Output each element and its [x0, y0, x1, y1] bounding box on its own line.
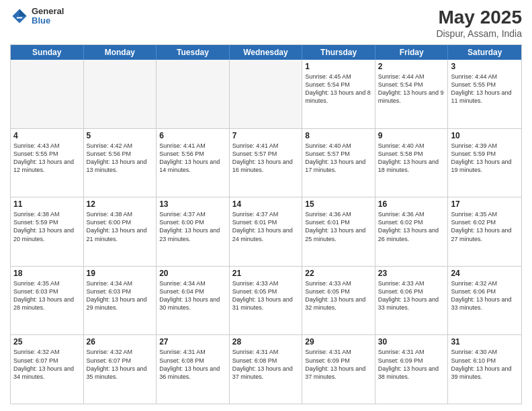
day-info: Sunrise: 4:41 AMSunset: 5:56 PMDaylight:… — [159, 142, 226, 175]
day-cell: 30Sunrise: 4:31 AMSunset: 6:09 PMDayligh… — [375, 335, 449, 404]
svg-rect-2 — [17, 17, 22, 19]
day-number: 21 — [232, 269, 300, 278]
day-number: 19 — [87, 269, 154, 278]
day-number: 16 — [378, 199, 445, 209]
day-cell: 17Sunrise: 4:35 AMSunset: 6:02 PMDayligh… — [448, 197, 521, 266]
day-number: 27 — [159, 337, 226, 347]
day-number: 5 — [87, 131, 154, 140]
day-cell: 25Sunrise: 4:32 AMSunset: 6:07 PMDayligh… — [11, 335, 84, 404]
logo-line1: General — [32, 7, 64, 16]
day-info: Sunrise: 4:38 AMSunset: 5:59 PMDaylight:… — [13, 210, 81, 243]
calendar-title: May 2025 — [436, 7, 522, 28]
calendar: SundayMondayTuesdayWednesdayThursdayFrid… — [10, 44, 522, 404]
day-cell: 22Sunrise: 4:33 AMSunset: 6:05 PMDayligh… — [302, 267, 375, 335]
day-info: Sunrise: 4:34 AMSunset: 6:03 PMDaylight:… — [87, 279, 154, 312]
day-cell: 29Sunrise: 4:31 AMSunset: 6:09 PMDayligh… — [302, 335, 375, 404]
day-info: Sunrise: 4:44 AMSunset: 5:55 PMDaylight:… — [451, 73, 519, 105]
day-cell — [84, 60, 157, 128]
day-cell: 2Sunrise: 4:44 AMSunset: 5:54 PMDaylight… — [375, 60, 449, 128]
day-info: Sunrise: 4:33 AMSunset: 6:06 PMDaylight:… — [378, 279, 445, 312]
day-cell: 6Sunrise: 4:41 AMSunset: 5:56 PMDaylight… — [157, 129, 230, 197]
day-cell: 7Sunrise: 4:41 AMSunset: 5:57 PMDaylight… — [230, 129, 303, 197]
week-2: 4Sunrise: 4:43 AMSunset: 5:55 PMDaylight… — [11, 129, 521, 198]
day-info: Sunrise: 4:32 AMSunset: 6:07 PMDaylight:… — [87, 348, 154, 381]
day-info: Sunrise: 4:31 AMSunset: 6:09 PMDaylight:… — [305, 348, 372, 381]
day-number: 3 — [451, 62, 519, 71]
day-info: Sunrise: 4:32 AMSunset: 6:06 PMDaylight:… — [451, 279, 519, 312]
week-5: 25Sunrise: 4:32 AMSunset: 6:07 PMDayligh… — [11, 335, 521, 404]
day-info: Sunrise: 4:31 AMSunset: 6:09 PMDaylight:… — [378, 348, 445, 381]
day-cell: 11Sunrise: 4:38 AMSunset: 5:59 PMDayligh… — [11, 197, 84, 266]
day-number: 29 — [305, 337, 372, 347]
day-cell: 27Sunrise: 4:31 AMSunset: 6:08 PMDayligh… — [157, 335, 230, 404]
day-info: Sunrise: 4:35 AMSunset: 6:02 PMDaylight:… — [451, 210, 519, 243]
day-cell — [157, 60, 230, 128]
day-number: 9 — [378, 131, 445, 140]
day-cell: 21Sunrise: 4:33 AMSunset: 6:05 PMDayligh… — [230, 267, 303, 335]
day-cell: 24Sunrise: 4:32 AMSunset: 6:06 PMDayligh… — [448, 267, 521, 335]
day-cell: 8Sunrise: 4:40 AMSunset: 5:57 PMDaylight… — [302, 129, 375, 197]
day-cell — [11, 60, 84, 128]
day-info: Sunrise: 4:32 AMSunset: 6:07 PMDaylight:… — [13, 348, 81, 381]
day-info: Sunrise: 4:33 AMSunset: 6:05 PMDaylight:… — [305, 279, 372, 312]
page: General Blue May 2025 Dispur, Assam, Ind… — [0, 0, 532, 411]
week-3: 11Sunrise: 4:38 AMSunset: 5:59 PMDayligh… — [11, 197, 521, 267]
day-info: Sunrise: 4:33 AMSunset: 6:05 PMDaylight:… — [232, 279, 300, 312]
day-cell: 10Sunrise: 4:39 AMSunset: 5:59 PMDayligh… — [448, 129, 521, 197]
day-number: 13 — [159, 199, 226, 209]
day-number: 31 — [451, 337, 519, 347]
day-cell: 20Sunrise: 4:34 AMSunset: 6:04 PMDayligh… — [157, 267, 230, 335]
svg-marker-1 — [19, 9, 27, 17]
day-cell: 13Sunrise: 4:37 AMSunset: 6:00 PMDayligh… — [157, 197, 230, 266]
week-4: 18Sunrise: 4:35 AMSunset: 6:03 PMDayligh… — [11, 267, 521, 336]
day-info: Sunrise: 4:31 AMSunset: 6:08 PMDaylight:… — [159, 348, 226, 381]
day-cell: 4Sunrise: 4:43 AMSunset: 5:55 PMDaylight… — [11, 129, 84, 197]
header-cell-tuesday: Tuesday — [157, 45, 230, 60]
day-number: 15 — [305, 199, 372, 209]
day-number: 25 — [13, 337, 81, 347]
logo-line2: Blue — [32, 16, 64, 26]
calendar-subtitle: Dispur, Assam, India — [436, 28, 522, 39]
day-cell: 14Sunrise: 4:37 AMSunset: 6:01 PMDayligh… — [230, 197, 303, 266]
day-cell: 16Sunrise: 4:36 AMSunset: 6:02 PMDayligh… — [375, 197, 449, 266]
day-info: Sunrise: 4:41 AMSunset: 5:57 PMDaylight:… — [232, 142, 300, 175]
day-info: Sunrise: 4:30 AMSunset: 6:10 PMDaylight:… — [451, 348, 519, 381]
logo: General Blue — [10, 7, 64, 26]
day-info: Sunrise: 4:42 AMSunset: 5:56 PMDaylight:… — [87, 142, 154, 175]
day-info: Sunrise: 4:39 AMSunset: 5:59 PMDaylight:… — [451, 142, 519, 175]
day-number: 17 — [451, 199, 519, 209]
logo-text: General Blue — [32, 7, 64, 26]
day-cell: 12Sunrise: 4:38 AMSunset: 6:00 PMDayligh… — [84, 197, 157, 266]
header: General Blue May 2025 Dispur, Assam, Ind… — [10, 7, 522, 39]
header-cell-saturday: Saturday — [448, 45, 521, 60]
day-cell: 3Sunrise: 4:44 AMSunset: 5:55 PMDaylight… — [448, 60, 521, 128]
day-info: Sunrise: 4:38 AMSunset: 6:00 PMDaylight:… — [87, 210, 154, 243]
day-number: 6 — [159, 131, 226, 140]
day-cell: 9Sunrise: 4:40 AMSunset: 5:58 PMDaylight… — [375, 129, 449, 197]
day-number: 14 — [232, 199, 300, 209]
day-cell: 5Sunrise: 4:42 AMSunset: 5:56 PMDaylight… — [84, 129, 157, 197]
calendar-body: 1Sunrise: 4:45 AMSunset: 5:54 PMDaylight… — [11, 60, 521, 404]
day-cell: 28Sunrise: 4:31 AMSunset: 6:08 PMDayligh… — [230, 335, 303, 404]
day-cell: 18Sunrise: 4:35 AMSunset: 6:03 PMDayligh… — [11, 267, 84, 335]
day-info: Sunrise: 4:40 AMSunset: 5:58 PMDaylight:… — [378, 142, 445, 175]
day-info: Sunrise: 4:31 AMSunset: 6:08 PMDaylight:… — [232, 348, 300, 381]
day-cell: 15Sunrise: 4:36 AMSunset: 6:01 PMDayligh… — [302, 197, 375, 266]
day-info: Sunrise: 4:36 AMSunset: 6:02 PMDaylight:… — [378, 210, 445, 243]
day-number: 8 — [305, 131, 372, 140]
header-cell-thursday: Thursday — [302, 45, 375, 60]
day-cell — [230, 60, 303, 128]
day-info: Sunrise: 4:35 AMSunset: 6:03 PMDaylight:… — [13, 279, 81, 312]
day-cell: 26Sunrise: 4:32 AMSunset: 6:07 PMDayligh… — [84, 335, 157, 404]
day-number: 7 — [232, 131, 300, 140]
day-cell: 19Sunrise: 4:34 AMSunset: 6:03 PMDayligh… — [84, 267, 157, 335]
day-number: 28 — [232, 337, 300, 347]
day-info: Sunrise: 4:45 AMSunset: 5:54 PMDaylight:… — [305, 73, 372, 105]
day-number: 2 — [378, 62, 445, 71]
day-number: 26 — [87, 337, 154, 347]
header-cell-monday: Monday — [84, 45, 157, 60]
header-cell-wednesday: Wednesday — [230, 45, 303, 60]
week-1: 1Sunrise: 4:45 AMSunset: 5:54 PMDaylight… — [11, 60, 521, 129]
day-info: Sunrise: 4:36 AMSunset: 6:01 PMDaylight:… — [305, 210, 372, 243]
day-number: 20 — [159, 269, 226, 278]
